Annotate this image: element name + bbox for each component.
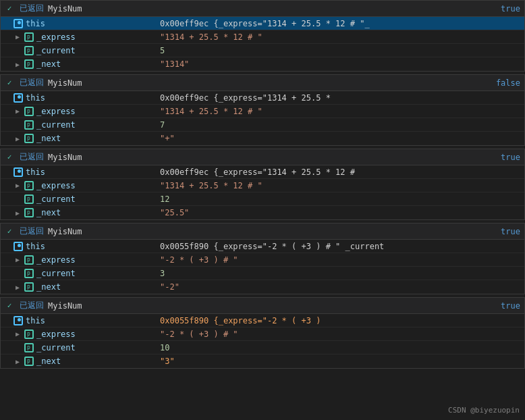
panel-3: ✓已返回 MyisNumtruethis0x00eff9ec {_express… — [0, 149, 525, 220]
return-label: 已返回 — [20, 77, 44, 88]
var-name: _express — [36, 32, 158, 42]
func-name: MyisNum — [48, 78, 82, 88]
child-row-3[interactable]: _next"+" — [1, 132, 524, 145]
child-row-1[interactable]: _express"1314 + 25.5 * 12 # " — [1, 105, 524, 118]
var-name: this — [26, 93, 147, 103]
var-value: 0x00eff9ec {_express="1314 + 25.5 * — [160, 93, 331, 103]
expand-arrow[interactable] — [16, 256, 24, 263]
expand-arrow[interactable] — [16, 209, 24, 217]
var-value: "-2" — [160, 282, 179, 292]
child-row-2[interactable]: _current10 — [1, 341, 524, 355]
this-row[interactable]: this0x0055f890 {_express="-2 * ( +3 ) # … — [1, 240, 524, 253]
var-name: _next — [36, 282, 158, 292]
var-value: 7 — [160, 120, 165, 130]
child-row-1[interactable]: _express"-2 * ( +3 ) # " — [1, 327, 524, 341]
var-name: this — [26, 19, 147, 28]
var-name: _express — [36, 255, 158, 265]
child-row-3[interactable]: _next"1314" — [1, 57, 524, 71]
child-row-2[interactable]: _current5 — [1, 44, 524, 57]
var-name: _next — [36, 59, 158, 69]
debugger-panel: ✓已返回 MyisNumtruethis0x00eff9ec {_express… — [0, 0, 525, 369]
var-value: "25.5" — [160, 208, 189, 217]
check-icon: ✓ — [5, 153, 14, 162]
func-name: MyisNum — [48, 4, 82, 14]
var-name: _current — [36, 343, 158, 352]
var-name: this — [26, 167, 147, 177]
return-value: true — [501, 301, 520, 311]
expand-arrow[interactable] — [16, 330, 24, 338]
var-value: 0x00eff9ec {_express="1314 + 25.5 * 12 # — [160, 167, 355, 177]
var-value: 12 — [160, 194, 169, 204]
this-row[interactable]: this0x00eff9ec {_express="1314 + 25.5 * … — [1, 165, 524, 179]
var-value: 3 — [160, 269, 165, 278]
ref-icon — [13, 316, 24, 325]
var-name: _express — [36, 330, 158, 339]
var-name: this — [26, 316, 147, 325]
child-row-1[interactable]: _express"1314 + 25.5 * 12 # " — [1, 30, 524, 44]
child-row-1[interactable]: _express"-2 * ( +3 ) # " — [1, 253, 524, 267]
panel-3-header: ✓已返回 MyisNumtrue — [1, 149, 524, 165]
expand-arrow[interactable] — [16, 358, 24, 365]
prop-icon — [24, 120, 34, 130]
check-icon: ✓ — [5, 301, 14, 311]
panel-1-header: ✓已返回 MyisNumtrue — [1, 1, 524, 17]
func-name: MyisNum — [48, 153, 82, 162]
prop-icon — [24, 46, 34, 55]
var-name: _next — [36, 208, 158, 217]
return-label: 已返回 — [20, 226, 44, 237]
child-row-2[interactable]: _current12 — [1, 192, 524, 206]
ref-icon — [13, 19, 24, 28]
expand-arrow[interactable] — [16, 107, 24, 115]
prop-icon — [24, 357, 34, 366]
return-value: true — [501, 227, 520, 236]
this-row[interactable]: this0x00eff9ec {_express="1314 + 25.5 * — [1, 91, 524, 105]
var-value: "1314 + 25.5 * 12 # " — [160, 32, 262, 42]
child-row-3[interactable]: _next"3" — [1, 355, 524, 368]
prop-icon — [24, 255, 34, 265]
panel-2-header: ✓已返回 MyisNumfalse — [1, 75, 524, 91]
var-name: _current — [36, 194, 158, 204]
panel-5-header: ✓已返回 MyisNumtrue — [1, 298, 524, 314]
var-value: 10 — [160, 343, 169, 352]
var-name: _current — [36, 120, 158, 130]
expand-arrow[interactable] — [16, 33, 24, 41]
var-value: 0x0055f890 {_express="-2 * ( +3 ) — [160, 316, 321, 325]
var-name: _next — [36, 357, 158, 366]
return-value: true — [501, 153, 520, 162]
var-name: _next — [36, 134, 158, 143]
this-row[interactable]: this0x0055f890 {_express="-2 * ( +3 ) — [1, 314, 524, 327]
var-name: _current — [36, 269, 158, 278]
var-value: "-2 * ( +3 ) # " — [160, 255, 238, 265]
prop-icon — [24, 269, 34, 278]
child-row-2[interactable]: _current7 — [1, 118, 524, 132]
expand-arrow[interactable] — [16, 284, 24, 291]
this-row[interactable]: this0x00eff9ec {_express="1314 + 25.5 * … — [1, 17, 524, 30]
expand-arrow[interactable] — [16, 61, 24, 68]
var-name: _current — [36, 46, 158, 55]
prop-icon — [24, 134, 34, 143]
watermark: CSDN @biyezuopin — [448, 406, 520, 415]
prop-icon — [24, 59, 34, 69]
ref-icon — [13, 93, 24, 103]
prop-icon — [24, 181, 34, 190]
var-value: 0x00eff9ec {_express="1314 + 25.5 * 12 #… — [160, 19, 370, 28]
prop-icon — [24, 194, 34, 204]
child-row-3[interactable]: _next"-2" — [1, 280, 524, 294]
prop-icon — [24, 343, 34, 352]
child-row-3[interactable]: _next"25.5" — [1, 206, 524, 219]
var-name: _express — [36, 107, 158, 116]
child-row-2[interactable]: _current3 — [1, 267, 524, 280]
check-icon: ✓ — [5, 78, 14, 88]
panel-1: ✓已返回 MyisNumtruethis0x00eff9ec {_express… — [0, 0, 525, 72]
prop-icon — [24, 330, 34, 339]
expand-arrow[interactable] — [16, 182, 24, 189]
ref-icon — [13, 242, 24, 251]
prop-icon — [24, 282, 34, 292]
prop-icon — [24, 107, 34, 116]
var-name: _express — [36, 181, 158, 190]
var-value: 5 — [160, 46, 165, 55]
child-row-1[interactable]: _express"1314 + 25.5 * 12 # " — [1, 179, 524, 192]
var-value: "1314 + 25.5 * 12 # " — [160, 107, 262, 116]
expand-arrow[interactable] — [16, 135, 24, 142]
return-label: 已返回 — [20, 3, 44, 14]
